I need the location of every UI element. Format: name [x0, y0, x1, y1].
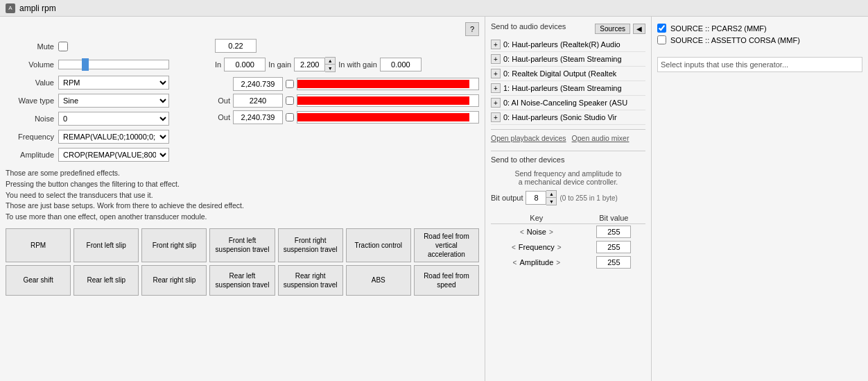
open-playback-btn[interactable]: Open playback devices — [491, 134, 566, 142]
bit-up-btn[interactable]: ▲ — [546, 191, 556, 198]
device-add-btn-1[interactable]: + — [491, 54, 501, 64]
effect-btn-gear-shift[interactable]: Gear shift — [6, 265, 71, 296]
noise-row: Noise 0 — [6, 111, 207, 126]
effect-btn-front-right-slip[interactable]: Front right slip — [141, 228, 207, 262]
open-audio-mixer-btn[interactable]: Open audio mixer — [572, 134, 630, 142]
signal-row-0 — [215, 76, 479, 92]
sources-arrow-btn[interactable]: ◀ — [633, 24, 645, 34]
app-icon: A — [6, 3, 15, 13]
right-panel: SOURCE :: PCARS2 (MMF) SOURCE :: ASSETTO… — [652, 17, 868, 381]
effect-btn-road-feel-vert[interactable]: Road feel from vertical acceleration — [414, 228, 479, 262]
gain-input[interactable] — [294, 58, 325, 71]
out-label-1: Out — [215, 96, 230, 105]
frequency-row: Frequency REMAP(VALUE;0;10000;0;180) — [6, 129, 207, 144]
device-label-2: 0: Realtek Digital Output (Realtek — [503, 69, 616, 78]
help-button[interactable]: ? — [465, 22, 479, 36]
signal-value-0[interactable] — [233, 77, 283, 91]
in-with-gain-value[interactable] — [380, 58, 422, 71]
key-nav-2: < Amplitude > — [494, 258, 580, 266]
effect-btn-rpm[interactable]: RPM — [6, 228, 71, 262]
bit-value-header: Bit value — [582, 212, 645, 224]
device-add-btn-0[interactable]: + — [491, 40, 501, 49]
bit-range-label: (0 to 255 in 1 byte) — [559, 194, 617, 202]
audio-device-4: + 0: AI Noise-Canceling Speaker (ASU — [491, 96, 645, 110]
audio-device-0: + 0: Haut-parleurs (Realtek(R) Audio — [491, 37, 645, 52]
wavetype-select[interactable]: Sine — [58, 94, 169, 108]
volume-row: Volume — [6, 57, 207, 72]
kv-value-1[interactable] — [596, 241, 631, 253]
device-label-3: 1: Haut-parleurs (Steam Streaming — [503, 84, 622, 92]
amplitude-select[interactable]: CROP(REMAP(VALUE;800;7000;0;... — [58, 148, 169, 162]
gain-down-btn[interactable]: ▼ — [325, 65, 335, 71]
kv-row-0: < Noise > — [491, 224, 645, 240]
source-checkbox-0[interactable] — [657, 24, 666, 33]
in-value[interactable] — [224, 58, 266, 71]
effect-btn-front-right-susp[interactable]: Front right suspension travel — [278, 228, 343, 262]
source-item-1: SOURCE :: ASSETTO CORSA (MMF) — [657, 34, 862, 46]
value-select[interactable]: RPM — [58, 76, 169, 90]
bit-down-btn[interactable]: ▼ — [546, 198, 556, 205]
signal-row-1: Out — [215, 93, 479, 108]
device-add-btn-3[interactable]: + — [491, 83, 501, 93]
key-prev-btn-2[interactable]: < — [512, 259, 519, 266]
frequency-select[interactable]: REMAP(VALUE;0;10000;0;180) — [58, 130, 169, 144]
key-next-btn-0[interactable]: > — [548, 228, 555, 236]
effect-btn-rear-right-slip[interactable]: Rear right slip — [141, 265, 207, 296]
left-panel: ? Mute Volume Value RPM — [0, 17, 485, 381]
audio-device-1: + 0: Haut-parleurs (Steam Streaming — [491, 52, 645, 67]
in-label: In — [215, 60, 221, 69]
mute-row: Mute — [6, 39, 207, 54]
signal-bar-fill-2 — [297, 113, 469, 121]
device-add-btn-4[interactable]: + — [491, 98, 501, 108]
effect-btn-rear-right-susp[interactable]: Rear right suspension travel — [278, 265, 343, 296]
sources-button[interactable]: Sources — [595, 24, 630, 34]
signal-in-row: In In gain ▲ ▼ In with gain — [215, 57, 479, 72]
signal-bar-fill-1 — [297, 96, 469, 105]
audio-device-3: + 1: Haut-parleurs (Steam Streaming — [491, 81, 645, 96]
effect-btn-front-left-slip[interactable]: Front left slip — [73, 228, 139, 262]
signal-check-0[interactable] — [286, 80, 294, 88]
audio-devices-list: + 0: Haut-parleurs (Realtek(R) Audio + 0… — [491, 37, 645, 125]
signal-bar-2 — [297, 111, 479, 124]
effect-btn-abs[interactable]: ABS — [346, 265, 411, 296]
source-label-1: SOURCE :: ASSETTO CORSA (MMF) — [670, 36, 800, 44]
key-1: Frequency — [519, 243, 555, 251]
effect-btn-traction[interactable]: Traction control — [346, 228, 411, 262]
kv-value-0[interactable] — [596, 226, 631, 238]
source-checkbox-1[interactable] — [657, 35, 666, 44]
mute-checkbox[interactable] — [58, 42, 68, 51]
effect-btn-front-left-susp[interactable]: Front left suspension travel — [209, 228, 275, 262]
info-line-4: To use more than one effect, open anothe… — [6, 212, 479, 223]
value-display[interactable] — [215, 39, 257, 53]
device-label-1: 0: Haut-parleurs (Steam Streaming — [503, 55, 622, 63]
info-text: Those are some predefined effects. Press… — [6, 168, 479, 223]
effect-btn-road-feel-speed[interactable]: Road feel from speed — [414, 265, 479, 296]
signals-column: In In gain ▲ ▼ In with gain — [215, 39, 479, 162]
volume-slider[interactable] — [58, 60, 169, 69]
signal-check-2[interactable] — [286, 113, 294, 121]
kv-value-2[interactable] — [596, 256, 631, 269]
key-next-btn-2[interactable]: > — [555, 259, 562, 266]
effect-btn-rear-left-susp[interactable]: Rear left suspension travel — [209, 265, 275, 296]
kv-row-2: < Amplitude > — [491, 255, 645, 270]
key-prev-btn-0[interactable]: < — [519, 228, 526, 236]
device-add-btn-5[interactable]: + — [491, 112, 501, 122]
effect-btn-rear-left-slip[interactable]: Rear left slip — [73, 265, 139, 296]
params-column: Mute Volume Value RPM Wave type — [6, 39, 207, 162]
signal-value-1[interactable] — [233, 94, 283, 108]
bit-input[interactable] — [526, 191, 546, 205]
signal-check-1[interactable] — [286, 96, 294, 105]
device-label-4: 0: AI Noise-Canceling Speaker (ASU — [503, 99, 627, 107]
key-next-btn-1[interactable]: > — [556, 244, 563, 251]
noise-select[interactable]: 0 — [58, 112, 169, 126]
out-label-2: Out — [215, 113, 230, 121]
gain-up-btn[interactable]: ▲ — [325, 58, 335, 65]
source-item-0: SOURCE :: PCARS2 (MMF) — [657, 22, 862, 34]
value-label: Value — [6, 78, 54, 87]
kv-table: Key Bit value < Noise > — [491, 212, 645, 270]
wavetype-label: Wave type — [6, 96, 54, 105]
info-line-3: Those are just base setups. Work from th… — [6, 201, 479, 212]
signal-value-2[interactable] — [233, 110, 283, 124]
key-prev-btn-1[interactable]: < — [510, 244, 517, 251]
device-add-btn-2[interactable]: + — [491, 69, 501, 78]
